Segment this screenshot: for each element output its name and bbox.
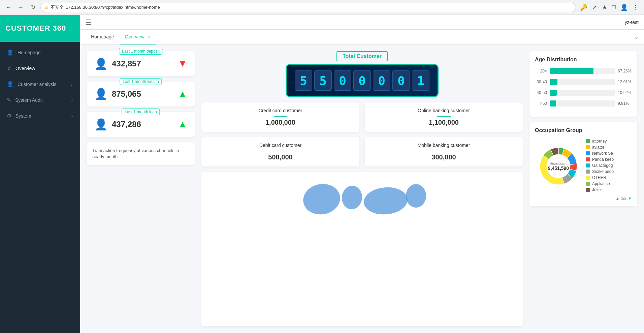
- prev-page-arrow[interactable]: ▲: [616, 196, 620, 201]
- right-panel: Age Distribution 20< 67.26% 30-40 12.01%…: [529, 51, 637, 326]
- age-distribution-title: Age Distribution: [535, 57, 632, 63]
- age-distribution-section: Age Distribution 20< 67.26% 30-40 12.01%…: [529, 51, 637, 117]
- occupation-title: Occupation Group: [535, 127, 632, 133]
- credit-card-name: Credit card customer: [207, 108, 354, 113]
- main-content: Last 1 month deposit 👤 432,857 ▼ Last 1 …: [80, 44, 644, 333]
- loan-left: 👤 437,286: [94, 118, 141, 131]
- age-label: 30-40: [535, 80, 547, 84]
- svg-point-0: [301, 181, 343, 217]
- map-svg: [295, 176, 429, 219]
- age-bar-fill: [550, 68, 593, 74]
- overview-icon: ☆: [7, 65, 11, 71]
- wealth-left: 👤 875,065: [94, 88, 141, 100]
- svg-point-2: [363, 185, 409, 216]
- browser-actions: 🔑 ➚ ★ □ 👤 ⋮: [579, 2, 640, 12]
- legend-label: Network Se: [592, 151, 613, 156]
- sidebar-item-customer-analysis[interactable]: 👤 Customer analysis ⌄: [0, 76, 80, 92]
- debit-card-value: 500,000: [207, 153, 354, 161]
- legend-label: aviator: [592, 145, 604, 150]
- age-bar-fill: [550, 79, 557, 85]
- legend-item: attorney: [586, 139, 632, 144]
- loan-arrow-up: ▲: [178, 119, 187, 130]
- tab-homepage[interactable]: Homepage: [86, 30, 120, 44]
- sidebar-header: CUSTOMER 360: [0, 15, 80, 42]
- age-bar-item: 20< 67.26%: [535, 68, 632, 74]
- sidebar-item-system-audit[interactable]: ✎ System Audit ⌄: [0, 92, 80, 108]
- legend-label: Snake peop: [592, 169, 614, 174]
- legend-dot: [586, 163, 590, 168]
- chevron-down-icon-3: ⌄: [70, 114, 73, 118]
- age-pct: 67.26%: [618, 69, 632, 73]
- counter-display: 5 5 0 0 0 0 1: [286, 64, 439, 97]
- menu-icon[interactable]: ⋮: [631, 2, 640, 12]
- chevron-down-icon-2: ⌄: [70, 98, 73, 102]
- tab-overview[interactable]: Overview ✕: [120, 30, 156, 44]
- age-bar-item: 40-50 10.92%: [535, 90, 632, 96]
- bookmark-icon[interactable]: ★: [601, 2, 609, 12]
- sidebar: CUSTOMER 360 👤 Homepage ☆ Overview 👤 Cus…: [0, 15, 80, 333]
- forward-button[interactable]: →: [16, 3, 26, 12]
- legend-dot: [586, 176, 590, 180]
- metric-card-deposit: Last 1 month deposit 👤 432,857 ▼: [87, 51, 195, 76]
- sidebar-item-homepage[interactable]: 👤 Homepage: [0, 44, 80, 60]
- sidebar-item-system[interactable]: ⚙ System ⌄: [0, 108, 80, 124]
- occupation-legend: attorney aviator Network Se Panda keep G…: [586, 139, 632, 193]
- window-icon[interactable]: □: [611, 2, 617, 12]
- tab-homepage-label: Homepage: [91, 34, 114, 39]
- age-bar-container: [550, 79, 615, 85]
- system-icon: ⚙: [7, 113, 11, 119]
- legend-item: aviator: [586, 145, 632, 150]
- age-bar-fill: [550, 90, 557, 96]
- user-name: yz-test: [625, 20, 639, 25]
- wealth-arrow-up: ▲: [178, 89, 187, 99]
- legend-item: OTHER: [586, 175, 632, 180]
- loan-value: 437,286: [112, 120, 141, 129]
- age-bar-item: >50 9.81%: [535, 100, 632, 107]
- legend-item: Panda keep: [586, 157, 632, 162]
- age-pct: 10.92%: [618, 90, 632, 95]
- tab-overview-label: Overview: [125, 34, 144, 39]
- credit-card-value: 1,000,000: [207, 119, 354, 126]
- deposit-label: Last 1 month deposit: [119, 48, 162, 55]
- transaction-section: Transaction frequency of various channel…: [87, 142, 195, 165]
- legend-label: Panda keep: [592, 157, 614, 162]
- back-button[interactable]: ←: [4, 3, 13, 12]
- legend-item: Snake peop: [586, 169, 632, 174]
- deposit-arrow-down: ▼: [178, 58, 187, 69]
- age-label: 20<: [535, 69, 547, 73]
- hamburger-menu[interactable]: ☰: [86, 18, 92, 26]
- tab-dropdown-icon[interactable]: ⌄: [634, 34, 639, 40]
- tab-close-icon[interactable]: ✕: [147, 34, 151, 39]
- age-bar-container: [550, 90, 615, 96]
- key-icon[interactable]: 🔑: [579, 2, 589, 12]
- browser-chrome: ← → ↻ ⚠ 不安全 172.168.30.30:8079/cpt/index…: [0, 0, 644, 15]
- loan-label: Last 1 month loan: [122, 109, 160, 115]
- deposit-person-icon: 👤: [94, 57, 108, 70]
- pagination-text: 1/2: [621, 196, 626, 201]
- address-bar[interactable]: ⚠ 不安全 172.168.30.30:8079/cpt/index.html#…: [40, 3, 576, 12]
- age-label: >50: [535, 101, 547, 106]
- reload-button[interactable]: ↻: [28, 3, 38, 12]
- donut-center-label: Headcount: [548, 161, 569, 165]
- age-bar-container: [550, 100, 615, 107]
- profile-icon[interactable]: 👤: [619, 2, 629, 12]
- sidebar-label-system: System: [15, 113, 31, 119]
- mobile-banking-name: Mobile banking customer: [370, 143, 517, 148]
- customer-analysis-icon: 👤: [7, 81, 13, 87]
- digit-4: 0: [373, 70, 390, 91]
- sidebar-item-overview[interactable]: ☆ Overview: [0, 60, 80, 76]
- content-area: ☰ yz-test Homepage Overview ✕ ⌄ Last 1 m…: [80, 15, 644, 333]
- share-icon[interactable]: ➚: [591, 2, 599, 12]
- app-title: CUSTOMER 360: [5, 24, 66, 33]
- age-pct: 12.01%: [618, 80, 632, 84]
- age-pct: 9.81%: [618, 101, 632, 106]
- wealth-label: Last 1 month wealth: [120, 78, 162, 85]
- system-audit-icon: ✎: [7, 97, 11, 103]
- online-banking-name: Online banking customer: [370, 108, 517, 113]
- metric-card-loan: Last 1 month loan 👤 437,286 ▲: [87, 112, 195, 137]
- metric-card-wealth: Last 1 month wealth 👤 875,065 ▲: [87, 82, 195, 107]
- sidebar-label-homepage: Homepage: [18, 50, 41, 55]
- left-panel: Last 1 month deposit 👤 432,857 ▼ Last 1 …: [87, 51, 195, 326]
- security-icon: ⚠: [45, 5, 49, 10]
- next-page-arrow[interactable]: ▼: [628, 196, 632, 201]
